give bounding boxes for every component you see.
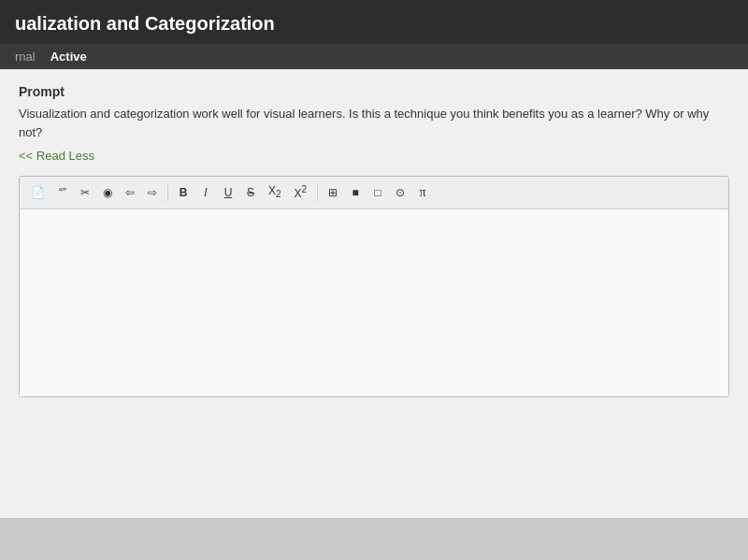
toolbar-divider-1 [167, 184, 168, 201]
table-button[interactable]: ⊞ [323, 182, 343, 204]
toolbar-divider-2 [317, 184, 318, 201]
indent-button[interactable]: ⇨ [142, 182, 163, 204]
main-content: Prompt Visualization and categorization … [0, 69, 748, 518]
header-bar: ualization and Categorization [0, 0, 748, 44]
editor-container: 📄 “” ✂ ◉ ⇦ ⇨ B I U S X2 X2 ⊞ ■ □ ⊙ π [19, 176, 729, 397]
strikethrough-button[interactable]: S [240, 182, 261, 204]
outdent-button[interactable]: ⇦ [120, 182, 140, 204]
italic-button[interactable]: I [195, 182, 216, 204]
box-button[interactable]: □ [367, 182, 388, 204]
prompt-text: Visualization and categorization work we… [19, 105, 729, 141]
link-button[interactable]: ⊙ [390, 182, 410, 204]
editor-toolbar: 📄 “” ✂ ◉ ⇦ ⇨ B I U S X2 X2 ⊞ ■ □ ⊙ π [20, 177, 728, 209]
sub-bar: rnal Active [0, 44, 748, 69]
superscript-button[interactable]: X2 [289, 180, 313, 205]
bold-button[interactable]: B [173, 182, 194, 204]
quote-button[interactable]: “” [52, 182, 73, 204]
paste-button[interactable]: 📄 [25, 182, 50, 204]
underline-button[interactable]: U [218, 182, 238, 204]
subscript-button[interactable]: X2 [263, 180, 287, 204]
page-title: ualization and Categorization [15, 13, 733, 35]
prompt-label: Prompt [19, 84, 729, 99]
math-button[interactable]: π [412, 180, 433, 205]
journal-label: rnal [15, 50, 36, 64]
cut-button[interactable]: ✂ [75, 182, 95, 204]
media-button[interactable]: ■ [345, 182, 366, 204]
read-less-link[interactable]: << Read Less [19, 149, 94, 163]
editor-body[interactable] [20, 209, 728, 396]
circle-button[interactable]: ◉ [97, 182, 118, 204]
status-badge: Active [50, 50, 87, 64]
